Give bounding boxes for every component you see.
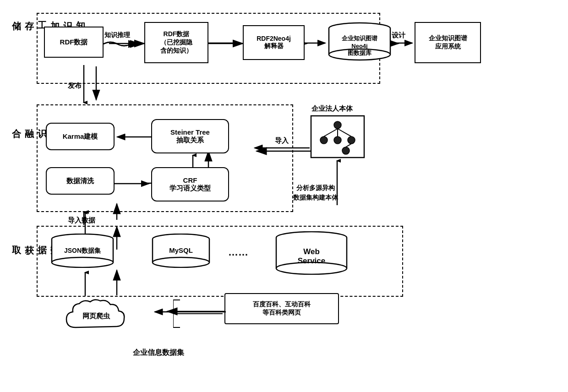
cylinder-web-service: Web Service [275,231,348,275]
svg-text:图数据库: 图数据库 [348,49,372,56]
label-import: 导入 [275,136,289,145]
svg-text:Neo4j: Neo4j [351,43,367,49]
label-enterprise-legal: 企业法人本体 [311,104,353,113]
arrow2 [304,39,329,47]
svg-text:MySQL: MySQL [169,246,193,254]
label-analyze-multi: 分析多源异构数据集构建本体 [293,183,338,202]
svg-point-45 [348,136,355,144]
cylinder-mysql: MySQL [151,234,211,268]
box-crf: CRF学习语义类型 [151,167,229,201]
box-rdf-data: RDF数据 [44,27,104,58]
arrow1 [208,39,244,47]
cylinder-json: JSON数据集 [50,234,115,268]
box-steiner-tree: Steiner Tree抽取关系 [151,119,229,153]
box-enterprise-kg-app: 企业知识图谱应用系统 [415,22,481,63]
arrow-enterprise-import [251,144,311,152]
label-enterprise-info: 企业信息数据集 [133,348,184,358]
svg-point-65 [153,257,209,267]
wave-arrow [104,39,145,49]
arrow-steiner-karma [114,133,153,141]
svg-point-59 [52,257,113,267]
box-rdf2neo4j: RDF2Neo4j解释器 [243,25,305,60]
box-karma: Karma建模 [46,123,115,150]
svg-text:Service: Service [298,256,326,265]
svg-point-44 [334,136,341,144]
arrow-crf-steiner [189,152,197,169]
arrow-crawler-json [82,270,89,297]
kg-icon [308,114,367,159]
svg-point-42 [334,121,341,129]
svg-text:JSON数据集: JSON数据集 [64,247,101,254]
arrow3 [391,39,416,47]
cloud-web-crawler: 网页爬虫 [62,295,131,337]
box-encyclopedia: 百度百科、互动百科等百科类网页 [224,293,339,324]
arrow-analyze [333,158,341,206]
svg-point-46 [342,147,350,154]
arrow-publish [80,65,87,106]
arrow-json-up [82,210,89,235]
label-publish: 发布 [68,82,82,90]
box-rdf-processed: RDF数据（已挖掘隐含的知识） [144,22,208,63]
box-data-clean: 数据清洗 [46,167,115,195]
svg-text:Web: Web [303,247,320,256]
svg-text:企业知识图谱: 企业知识图谱 [341,35,378,42]
arrow-clean-crf [114,180,153,187]
diagram-container: 知识加工存储 知识融合 数据获取 RDF数据 知识推理 RDF数据（已挖掘隐含的… [0,0,568,392]
dots-label: …… [228,246,248,258]
label-knowledge-reasoning: 知识推理 [104,31,130,39]
bracket-lines [173,295,226,332]
label-design: 设计 [392,31,405,40]
svg-text:网页爬虫: 网页爬虫 [82,312,110,320]
svg-point-43 [320,136,328,144]
cylinder-neo4j: 企业知识图谱 Neo4j 图数据库 [328,22,392,61]
